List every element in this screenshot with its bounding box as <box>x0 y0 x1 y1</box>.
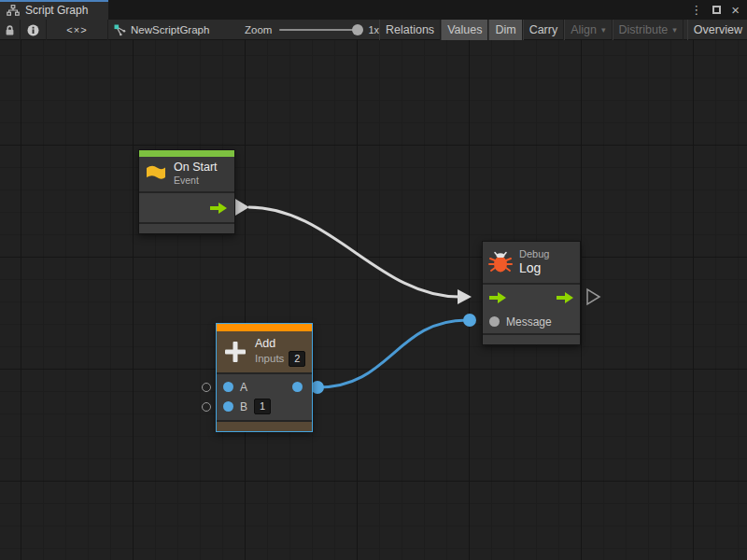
window-controls: ⋮ × <box>690 0 740 20</box>
data-wire-end-dot <box>463 314 476 327</box>
lock-button[interactable] <box>0 20 21 40</box>
node-subtitle: Event <box>174 175 218 188</box>
node-footer <box>139 224 234 233</box>
node-port-section <box>139 193 234 222</box>
zoom-label: Zoom <box>245 24 272 35</box>
wire-start-arrow <box>235 199 249 216</box>
node-title: Add <box>255 337 305 352</box>
node-on-start[interactable]: On Start Event <box>138 149 235 234</box>
toolbar-mode-buttons: Relations Values Dim Carry Align ▾ Distr… <box>379 20 747 40</box>
node-add[interactable]: Add Inputs 2 A B 1 <box>216 323 313 432</box>
maximize-icon[interactable] <box>712 6 721 14</box>
port-label: B <box>240 400 247 413</box>
graph-toolbar: <×> NewScriptGraph Zoom 1x Relations Val… <box>0 20 747 40</box>
node-debug-log[interactable]: Debug Log Message <box>482 241 581 345</box>
zoom-value: 1x <box>368 24 379 35</box>
tab-strip: Script Graph ⋮ × <box>0 0 747 20</box>
inputs-label: Inputs <box>255 352 284 366</box>
lock-icon <box>5 24 15 36</box>
zoom-slider-handle[interactable] <box>352 24 363 35</box>
node-header: Debug Log <box>483 242 580 283</box>
graph-hierarchy-icon <box>7 5 20 16</box>
zoom-control: Zoom 1x <box>245 20 379 40</box>
script-graph-asset-icon <box>114 24 126 36</box>
graph-canvas[interactable]: On Start Event <box>0 40 747 560</box>
close-icon[interactable]: × <box>731 3 740 17</box>
node-port-section: A B 1 <box>217 374 312 420</box>
distribute-dropdown: Distribute ▾ <box>613 20 684 40</box>
tab-script-graph[interactable]: Script Graph <box>0 0 108 20</box>
unconnected-output-indicator <box>587 289 599 304</box>
node-header: On Start Event <box>139 157 234 191</box>
info-button[interactable] <box>21 20 47 40</box>
trigger-output-port[interactable] <box>210 203 227 214</box>
trigger-wire[interactable] <box>248 207 459 297</box>
carry-button[interactable]: Carry <box>523 20 565 40</box>
graph-name-label: NewScriptGraph <box>131 24 209 35</box>
trigger-port-row <box>483 285 580 310</box>
align-dropdown: Align ▾ <box>564 20 612 40</box>
message-port-row: Message <box>483 310 580 333</box>
unconnected-input-indicator-b <box>202 402 211 412</box>
data-wire-start-dot <box>311 381 324 394</box>
script-graph-window: Script Graph ⋮ × <box>0 0 747 560</box>
zoom-slider[interactable] <box>279 29 359 31</box>
node-footer <box>217 422 312 431</box>
unconnected-input-indicator-a <box>202 383 211 392</box>
port-row-a: A <box>217 377 312 397</box>
node-surtitle: Debug <box>519 247 549 260</box>
message-input-port[interactable] <box>489 316 500 327</box>
wire-layer <box>0 40 747 560</box>
data-wire[interactable] <box>318 320 467 387</box>
overview-button[interactable]: Overview <box>687 20 747 40</box>
dim-button[interactable]: Dim <box>488 20 522 40</box>
math-accent-bar <box>217 324 312 331</box>
tab-title: Script Graph <box>25 4 88 17</box>
node-title: On Start <box>174 161 218 175</box>
chevron-down-icon: ▾ <box>601 25 606 35</box>
plus-icon <box>222 339 248 365</box>
node-title: Log <box>519 260 549 277</box>
port-label: Message <box>506 315 552 329</box>
trigger-input-port[interactable] <box>489 292 506 303</box>
chevron-down-icon: ▾ <box>672 25 677 35</box>
wire-end-arrow <box>458 289 472 304</box>
node-footer <box>483 335 580 344</box>
port-row-b: B 1 <box>217 397 312 416</box>
sum-output-port[interactable] <box>292 382 303 392</box>
tab-active-accent <box>0 0 108 2</box>
values-button[interactable]: Values <box>441 20 488 40</box>
port-b-value-field[interactable]: 1 <box>254 399 271 414</box>
bug-icon <box>488 250 513 274</box>
input-port-b[interactable] <box>223 401 233 412</box>
graph-breadcrumb[interactable]: NewScriptGraph <box>114 20 209 40</box>
code-preview-button[interactable]: <×> <box>47 20 108 40</box>
trigger-output-port[interactable] <box>557 292 573 303</box>
port-label: A <box>240 381 247 394</box>
event-accent-bar <box>139 150 234 157</box>
node-header: Add Inputs 2 <box>217 331 312 372</box>
menu-icon[interactable]: ⋮ <box>690 4 702 16</box>
inputs-count-field[interactable]: 2 <box>289 351 305 367</box>
flag-icon <box>145 165 167 184</box>
relations-button[interactable]: Relations <box>379 20 441 40</box>
input-port-a[interactable] <box>223 382 233 392</box>
toolbar-left-group: <×> <box>0 20 108 40</box>
info-icon <box>27 24 39 36</box>
code-icon: <×> <box>66 24 87 35</box>
